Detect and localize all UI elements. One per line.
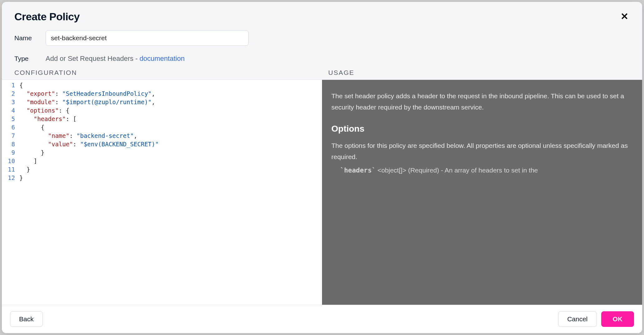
options-heading: Options xyxy=(331,121,633,136)
cancel-button[interactable]: Cancel xyxy=(558,311,597,327)
code-content[interactable]: { "export": "SetHeadersInboundPolicy", "… xyxy=(19,81,322,305)
headers-option-item: `headers` <object[]> (Required) - An arr… xyxy=(331,165,633,176)
ok-button[interactable]: OK xyxy=(601,311,634,327)
close-button[interactable]: ✕ xyxy=(619,11,630,22)
options-intro: The options for this policy are specifie… xyxy=(331,140,633,162)
line-number: 11 xyxy=(2,165,15,174)
line-number: 10 xyxy=(2,157,15,165)
type-row: Type Add or Set Request Headers - docume… xyxy=(14,55,630,63)
usage-label: USAGE xyxy=(322,69,630,76)
usage-intro: The set header policy adds a header to t… xyxy=(331,90,633,113)
back-button[interactable]: Back xyxy=(10,311,43,327)
configuration-editor[interactable]: 1 2 3 4 5 6 7 8 9 10 11 12 { "export": "… xyxy=(2,80,322,305)
type-label: Type xyxy=(14,55,46,62)
line-number: 4 xyxy=(2,106,15,115)
line-gutter: 1 2 3 4 5 6 7 8 9 10 11 12 xyxy=(2,81,19,305)
name-input[interactable] xyxy=(46,30,249,46)
type-text: Add or Set Request Headers - xyxy=(46,55,140,62)
modal-footer: Back Cancel OK xyxy=(2,305,642,333)
headers-rest: <object[]> (Required) - An array of head… xyxy=(376,167,538,174)
footer-button-group: Cancel OK xyxy=(558,311,634,327)
line-number: 12 xyxy=(2,174,15,182)
content-split: 1 2 3 4 5 6 7 8 9 10 11 12 { "export": "… xyxy=(2,80,642,305)
section-labels: CONFIGURATION USAGE xyxy=(2,69,642,80)
name-label: Name xyxy=(14,34,46,42)
line-number: 6 xyxy=(2,123,15,132)
close-icon: ✕ xyxy=(621,11,628,22)
line-number: 2 xyxy=(2,90,15,98)
type-value: Add or Set Request Headers - documentati… xyxy=(46,55,185,63)
headers-code: `headers` xyxy=(340,167,376,174)
create-policy-modal: Create Policy ✕ Name Type Add or Set Req… xyxy=(2,2,642,333)
name-row: Name xyxy=(14,30,630,46)
usage-pane: The set header policy adds a header to t… xyxy=(322,80,642,305)
modal-title: Create Policy xyxy=(14,11,80,23)
line-number: 7 xyxy=(2,132,15,140)
line-number: 8 xyxy=(2,140,15,148)
configuration-label: CONFIGURATION xyxy=(14,69,322,76)
line-number: 1 xyxy=(2,81,15,90)
line-number: 9 xyxy=(2,148,15,157)
documentation-link[interactable]: documentation xyxy=(140,55,185,62)
line-number: 5 xyxy=(2,115,15,123)
modal-header: Create Policy ✕ xyxy=(2,2,642,23)
line-number: 3 xyxy=(2,98,15,106)
form-section: Name Type Add or Set Request Headers - d… xyxy=(2,23,642,69)
